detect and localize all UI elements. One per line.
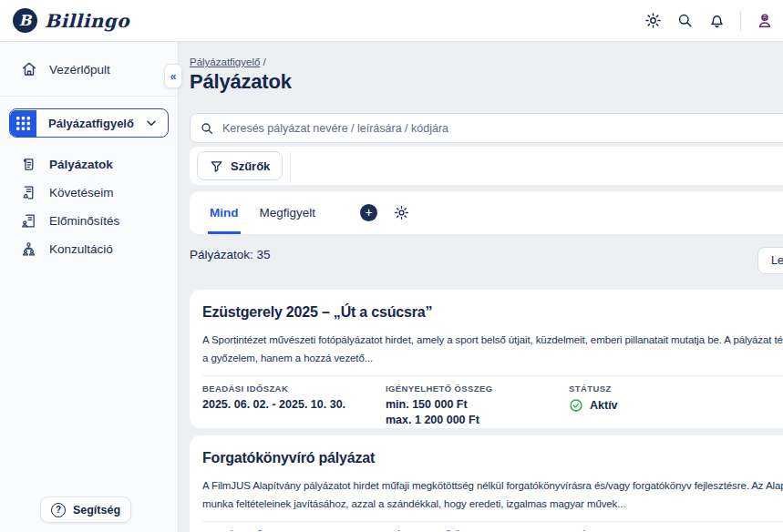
tender-meta: BEADÁSI IDŐSZAK 2025. 06. 02. - 2025. 10…	[202, 384, 783, 428]
meta-status: STÁTUSZ Aktív	[569, 384, 618, 413]
tabs-bar: Mind Megfigyelt +	[190, 191, 783, 234]
meta-period: BEADÁSI IDŐSZAK 2025. 06. 02. - 2025. 10…	[202, 384, 345, 411]
check-circle-icon	[569, 398, 583, 413]
meta-value: 2025. 06. 02. - 2025. 10. 30.	[202, 398, 345, 411]
tender-description: A Sportintézet művészeti fotópályázatot …	[202, 331, 783, 367]
funnel-icon	[210, 159, 223, 173]
gear-icon[interactable]	[394, 205, 409, 220]
card-divider	[202, 375, 783, 376]
tab-megfigyelt[interactable]: Megfigyelt	[258, 191, 318, 234]
module-selector[interactable]: Pályázatfigyelő	[9, 108, 169, 138]
sidebar: Vezérlőpult Pályázatfigyelő Pályázatok	[0, 42, 179, 532]
sidebar-item-label: Vezérlőpult	[49, 63, 110, 77]
sidebar-item-label: Követéseim	[49, 186, 114, 200]
topbar: B Billingo	[0, 0, 783, 42]
status-badge: Aktív	[590, 399, 618, 412]
topbar-actions	[644, 11, 774, 31]
breadcrumb-link[interactable]: Pályázatfigyelő	[190, 56, 260, 67]
results-count: Pályázatok: 35	[190, 248, 271, 261]
search-icon	[200, 121, 214, 136]
meta-amount: IGÉNYELHETŐ ÖSSZEG min. 150 000 Ft max. …	[386, 384, 493, 426]
meta-label: BEADÁSI IDŐSZAK	[202, 384, 345, 394]
avatar-icon[interactable]	[756, 12, 774, 30]
home-icon	[21, 61, 37, 77]
chevron-down-icon	[144, 116, 159, 130]
sidebar-item-dashboard[interactable]: Vezérlőpult	[0, 51, 178, 87]
meta-value-max: max. 1 200 000 Ft	[386, 414, 493, 426]
sidebar-item-label: Konzultáció	[49, 242, 113, 256]
sidebar-item-label: Előminősítés	[49, 214, 119, 228]
filter-separator	[290, 151, 291, 180]
grid-icon	[10, 110, 36, 137]
billingo-logo-icon: B	[13, 8, 37, 33]
document-person-icon	[21, 213, 36, 229]
search-input[interactable]	[222, 122, 783, 135]
tender-card[interactable]: Ezüstgerely 2025 – „Út a csúcsra” A Spor…	[190, 290, 783, 428]
breadcrumb: Pályázatfigyelő /	[190, 56, 266, 67]
plus-icon: +	[365, 206, 372, 219]
sidebar-item-konzultacio[interactable]: Konzultáció	[0, 235, 178, 263]
tab-mind[interactable]: Mind	[208, 191, 241, 234]
main-content: Pályázatfigyelő / Pályázatok Szűrők Mind…	[179, 42, 783, 532]
people-icon	[21, 241, 36, 257]
sidebar-collapse-button[interactable]: «	[164, 64, 182, 88]
sort-button[interactable]: Legt	[757, 247, 783, 274]
topbar-divider	[740, 11, 741, 31]
collapse-icon: «	[170, 70, 177, 83]
sidebar-nav: Pályázatok Követéseim Előminősítés	[0, 150, 178, 263]
sidebar-item-elominosites[interactable]: Előminősítés	[0, 207, 178, 235]
sidebar-item-palyazatok[interactable]: Pályázatok	[0, 150, 178, 179]
meta-label: STÁTUSZ	[569, 384, 618, 394]
module-selector-label: Pályázatfigyelő	[36, 117, 144, 130]
question-icon: ?	[51, 503, 66, 517]
sidebar-item-label: Pályázatok	[49, 158, 113, 171]
billingo-logo[interactable]: B Billingo	[13, 8, 129, 33]
sidebar-divider	[0, 96, 178, 97]
search-bar[interactable]	[190, 113, 783, 143]
filters-button-label: Szűrők	[231, 159, 270, 173]
breadcrumb-separator: /	[263, 56, 266, 67]
filters-button[interactable]: Szűrők	[197, 151, 283, 180]
scroll-icon	[21, 157, 36, 172]
sidebar-item-koveteseim[interactable]: Követéseim	[0, 179, 178, 207]
help-button-label: Segítség	[73, 504, 120, 517]
document-bell-icon	[21, 185, 36, 200]
bell-icon[interactable]	[708, 12, 726, 29]
tender-description: A FilmJUS Alapítvány pályázatot hirdet m…	[202, 476, 783, 513]
search-icon[interactable]	[676, 12, 694, 29]
sort-button-label: Legt	[771, 254, 783, 267]
tender-title[interactable]: Ezüstgerely 2025 – „Út a csúcsra”	[202, 304, 783, 321]
card-divider	[202, 521, 783, 522]
page-title: Pályázatok	[190, 70, 292, 94]
meta-value-min: min. 150 000 Ft	[386, 398, 493, 411]
add-tab-button[interactable]: +	[360, 204, 377, 221]
tender-title[interactable]: Forgatókönyvíró pályázat	[202, 450, 783, 466]
meta-label: IGÉNYELHETŐ ÖSSZEG	[386, 384, 493, 394]
filter-panel: Szűrők	[190, 147, 783, 185]
brand-name: Billingo	[45, 10, 129, 32]
gear-icon[interactable]	[644, 12, 662, 29]
tender-card[interactable]: Forgatókönyvíró pályázat A FilmJUS Alapí…	[190, 435, 783, 532]
help-button[interactable]: ? Segítség	[40, 496, 131, 523]
